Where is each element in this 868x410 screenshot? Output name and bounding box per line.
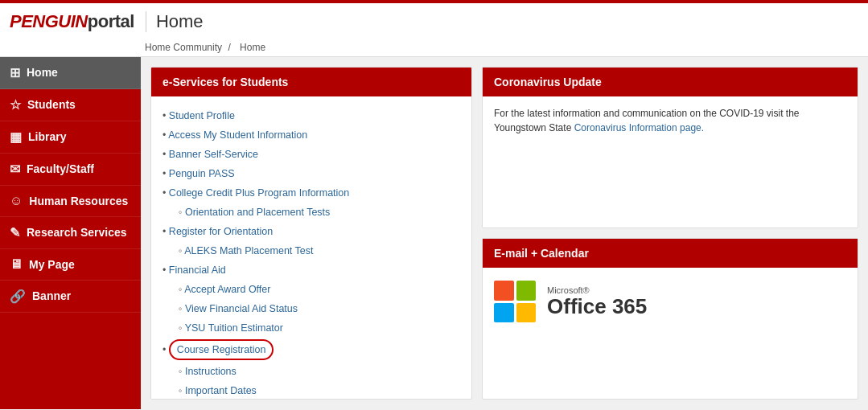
email-calendar-card: E-mail + Calendar Microsoft® Office 365 <box>482 238 858 400</box>
eservices-link[interactable]: Instructions <box>185 366 237 377</box>
sidebar-icon-students: ☆ <box>10 97 21 113</box>
list-item: Banner Self-Service <box>162 145 460 164</box>
breadcrumb: Home Community / Home <box>0 40 868 57</box>
eservices-link[interactable]: View Financial Aid Status <box>185 303 298 314</box>
list-item: Course Registration <box>162 338 460 362</box>
sidebar-icon-library: ▦ <box>10 129 22 145</box>
list-item: Penguin PASS <box>162 164 460 183</box>
microsoft-brand: Microsoft® <box>547 285 647 295</box>
breadcrumb-separator: / <box>228 42 230 53</box>
layout: ⊞ Home ☆ Students ▦ Library ✉ Faculty/St… <box>0 57 868 409</box>
sidebar-icon-hr: ☺ <box>10 194 23 208</box>
eservices-link[interactable]: YSU Tuition Estimator <box>185 322 283 334</box>
list-item: ALEKS Math Placement Test <box>162 241 460 260</box>
eservices-link-list: Student ProfileAccess My Student Informa… <box>162 106 460 400</box>
sidebar-item-library[interactable]: ▦ Library <box>0 121 141 154</box>
eservices-link[interactable]: Banner Self-Service <box>169 149 258 160</box>
breadcrumb-current: Home <box>240 42 265 53</box>
sidebar-label-home: Home <box>27 66 58 80</box>
sidebar-label-research: Research Services <box>27 226 127 240</box>
sidebar-icon-mypage: 🖥 <box>10 257 23 272</box>
eservices-card: e-Services for Students Student ProfileA… <box>150 67 472 400</box>
list-item: Student Profile <box>162 106 460 125</box>
coronavirus-body: For the latest information and communica… <box>483 96 858 145</box>
list-item: College Credit Plus Program Information <box>162 183 460 203</box>
main-content: e-Services for Students Student ProfileA… <box>141 57 868 409</box>
sidebar-item-faculty[interactable]: ✉ Faculty/Staff <box>0 154 141 186</box>
sidebar-icon-banner: 🔗 <box>10 289 26 304</box>
sidebar-label-library: Library <box>28 130 66 144</box>
eservices-link[interactable]: ALEKS Math Placement Test <box>184 245 313 256</box>
list-item: YSU Tuition Estimator <box>162 318 460 338</box>
eservices-link[interactable]: Register for Orientation <box>169 226 273 237</box>
left-column: e-Services for Students Student ProfileA… <box>150 67 472 400</box>
coronavirus-link[interactable]: Coronavirus Information page. <box>574 122 704 133</box>
list-item: Important Dates <box>162 381 460 400</box>
logo-penguin: PENGUIN <box>10 11 88 31</box>
sidebar-icon-home: ⊞ <box>10 65 20 80</box>
eservices-link[interactable]: Accept Award Offer <box>184 284 270 295</box>
sidebar-label-faculty: Faculty/Staff <box>27 162 94 176</box>
eservices-header: e-Services for Students <box>151 68 471 96</box>
header: PENGUINportal Home <box>0 0 868 40</box>
ms-square-green <box>516 281 537 301</box>
ms-square-blue <box>494 303 514 323</box>
logo-portal: portal <box>88 11 134 31</box>
office365-label: Office 365 <box>547 295 647 318</box>
sidebar-item-research[interactable]: ✎ Research Services <box>0 217 141 249</box>
sidebar-item-mypage[interactable]: 🖥 My Page <box>0 249 141 281</box>
eservices-link[interactable]: Penguin PASS <box>169 168 235 179</box>
eservices-body: Student ProfileAccess My Student Informa… <box>151 96 471 400</box>
email-calendar-header: E-mail + Calendar <box>483 239 858 268</box>
coronavirus-card: Coronavirus Update For the latest inform… <box>482 67 858 228</box>
list-item: View Financial Aid Status <box>162 299 460 318</box>
sidebar-icon-research: ✎ <box>10 225 20 240</box>
eservices-link[interactable]: Student Profile <box>169 110 235 121</box>
eservices-link[interactable]: Financial Aid <box>169 264 226 276</box>
microsoft-logo <box>494 281 536 322</box>
eservices-link[interactable]: Course Registration <box>169 344 274 355</box>
list-item: Orientation and Placement Tests <box>162 203 460 222</box>
eservices-link[interactable]: College Credit Plus Program Information <box>169 187 349 199</box>
sidebar-label-students: Students <box>27 98 76 112</box>
list-item: Instructions <box>162 362 460 381</box>
eservices-link[interactable]: Orientation and Placement Tests <box>185 207 330 218</box>
coronavirus-header: Coronavirus Update <box>483 68 858 96</box>
email-calendar-body: Microsoft® Office 365 <box>483 268 858 335</box>
microsoft-text: Microsoft® Office 365 <box>547 285 647 318</box>
sidebar-item-home[interactable]: ⊞ Home <box>0 57 141 89</box>
sidebar-item-hr[interactable]: ☺ Human Resources <box>0 186 141 217</box>
list-item: Accept Award Offer <box>162 280 460 299</box>
list-item: Register for Orientation <box>162 222 460 241</box>
ms-square-yellow <box>516 303 537 323</box>
list-item: Access My Student Information <box>162 125 460 145</box>
breadcrumb-community[interactable]: Home Community <box>145 42 222 53</box>
list-item: Financial Aid <box>162 260 460 280</box>
sidebar-icon-faculty: ✉ <box>10 162 20 177</box>
sidebar-label-hr: Human Resources <box>29 195 128 208</box>
logo[interactable]: PENGUINportal <box>10 11 134 32</box>
sidebar-label-banner: Banner <box>32 289 71 303</box>
eservices-link[interactable]: Important Dates <box>185 385 257 396</box>
sidebar-label-mypage: My Page <box>29 258 75 272</box>
right-column: Coronavirus Update For the latest inform… <box>482 67 858 400</box>
eservices-link[interactable]: Access My Student Information <box>168 129 307 141</box>
sidebar-item-banner[interactable]: 🔗 Banner <box>0 281 141 313</box>
ms-square-orange <box>494 281 514 301</box>
sidebar: ⊞ Home ☆ Students ▦ Library ✉ Faculty/St… <box>0 57 141 409</box>
sidebar-item-students[interactable]: ☆ Students <box>0 89 141 121</box>
page-title: Home <box>146 11 204 32</box>
